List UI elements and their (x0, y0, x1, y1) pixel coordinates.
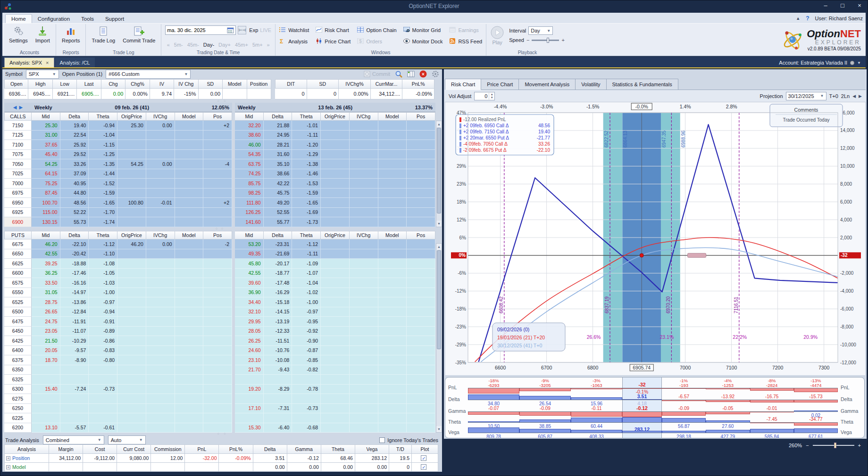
option-cell[interactable] (203, 150, 232, 160)
option-cell[interactable] (407, 317, 435, 327)
option-cell[interactable] (146, 365, 175, 375)
option-cell[interactable] (235, 394, 264, 404)
option-cell[interactable] (321, 159, 350, 169)
minimize-button[interactable]: – (820, 2, 831, 9)
strike-cell[interactable]: 6650 (4, 249, 32, 259)
option-cell[interactable]: -16.29 (264, 288, 292, 298)
option-cell[interactable]: 42.55 (32, 249, 60, 259)
chart-tab-movement-analysis[interactable]: Movement Analysis (519, 79, 576, 90)
option-cell[interactable]: 100.80 (117, 198, 146, 208)
option-cell[interactable]: 25.30 (117, 121, 146, 131)
option-cell[interactable] (321, 259, 350, 269)
option-cell[interactable]: 115.00 (32, 208, 60, 218)
option-cell[interactable] (378, 404, 407, 414)
option-cell[interactable] (203, 269, 232, 279)
option-cell[interactable] (321, 413, 350, 423)
option-cell[interactable]: 45.75 (264, 189, 292, 198)
option-cell[interactable] (292, 375, 321, 385)
expiry-header[interactable]: Weekly13 feb. 26 (45)13.37% (235, 103, 435, 112)
option-cell[interactable] (378, 355, 407, 365)
strike-cell[interactable]: 7050 (4, 159, 32, 169)
trade-log-button[interactable]: Trade Log (90, 25, 117, 44)
menu-item-home[interactable]: Home (5, 14, 32, 23)
option-cell[interactable]: 46.00 (235, 140, 264, 150)
option-cell[interactable] (350, 317, 378, 327)
vol-adjust-spinner[interactable]: 0▲▼ (474, 92, 495, 100)
strike-cell[interactable]: 6325 (4, 375, 32, 385)
option-cell[interactable]: 87.45 (32, 189, 60, 198)
option-cell[interactable]: 25.92 (60, 140, 89, 150)
option-cell[interactable] (407, 346, 435, 356)
option-cell[interactable]: -1.03 (89, 278, 117, 288)
option-cell[interactable] (203, 179, 232, 189)
option-cell[interactable] (203, 423, 232, 433)
option-cell[interactable]: -0.97 (89, 297, 117, 307)
option-cell[interactable] (117, 385, 146, 394)
option-cell[interactable]: 98.25 (235, 189, 264, 198)
puts-scrollbar[interactable]: ▲▼ (436, 243, 442, 433)
option-cell[interactable]: 33.26 (60, 159, 89, 169)
speed-slider[interactable] (532, 40, 559, 41)
option-cell[interactable]: -7.24 (60, 385, 89, 394)
option-cell[interactable] (175, 355, 204, 365)
option-cell[interactable] (32, 375, 60, 385)
column-header[interactable]: Model (378, 231, 407, 239)
option-cell[interactable]: -0.97 (292, 307, 321, 317)
ta-column-header[interactable]: Vega (355, 444, 389, 454)
option-cell[interactable] (321, 169, 350, 179)
option-cell[interactable] (378, 423, 407, 433)
option-cell[interactable]: -12.33 (264, 327, 292, 336)
option-cell[interactable]: 24.95 (264, 131, 292, 140)
option-cell[interactable] (350, 278, 378, 288)
column-header[interactable]: IVChg (350, 231, 378, 239)
option-cell[interactable] (321, 140, 350, 150)
option-cell[interactable]: 36.25 (32, 269, 60, 279)
projection-next-icon[interactable]: ▶ (859, 94, 862, 98)
strike-cell[interactable]: 6275 (4, 394, 32, 404)
option-cell[interactable] (321, 317, 350, 327)
option-cell[interactable] (350, 239, 378, 249)
option-cell[interactable] (175, 404, 204, 414)
option-cell[interactable]: -0.82 (292, 365, 321, 375)
option-cell[interactable] (378, 140, 407, 150)
option-cell[interactable] (321, 288, 350, 298)
option-cell[interactable] (146, 150, 175, 160)
option-cell[interactable] (203, 355, 232, 365)
option-cell[interactable]: -1.65 (292, 198, 321, 208)
option-cell[interactable] (378, 346, 407, 356)
strike-cell[interactable]: 6975 (4, 189, 32, 198)
option-cell[interactable] (146, 189, 175, 198)
option-cell[interactable]: -1.08 (89, 259, 117, 269)
option-cell[interactable]: -23.31 (264, 239, 292, 249)
strike-cell[interactable]: 6675 (4, 239, 32, 249)
option-cell[interactable] (407, 336, 435, 346)
option-cell[interactable] (321, 375, 350, 385)
option-cell[interactable] (321, 307, 350, 317)
option-cell[interactable]: -1.00 (89, 288, 117, 298)
option-cell[interactable] (146, 169, 175, 179)
option-cell[interactable] (350, 336, 378, 346)
option-cell[interactable]: -1.44 (89, 169, 117, 179)
option-cell[interactable]: 49.20 (264, 198, 292, 208)
option-cell[interactable] (175, 217, 204, 227)
option-cell[interactable] (203, 278, 232, 288)
option-cell[interactable] (60, 375, 89, 385)
option-cell[interactable]: 15.30 (235, 423, 264, 433)
option-cell[interactable]: 31.00 (32, 131, 60, 140)
column-header[interactable]: OrigPrice (117, 112, 146, 121)
option-cell[interactable]: -0.83 (89, 346, 117, 356)
ta-row-name[interactable]: +Model (4, 463, 49, 472)
option-cell[interactable] (378, 198, 407, 208)
option-cell[interactable] (175, 189, 204, 198)
option-cell[interactable] (203, 365, 232, 375)
option-cell[interactable] (350, 297, 378, 307)
option-cell[interactable]: -15.18 (264, 297, 292, 307)
option-cell[interactable]: -20.42 (60, 249, 89, 259)
next-expiry-icon[interactable]: ▶ (19, 105, 23, 110)
option-cell[interactable]: 64.15 (32, 169, 60, 179)
option-cell[interactable]: 22.54 (60, 131, 89, 140)
option-cell[interactable]: -0.94 (89, 121, 117, 131)
option-cell[interactable] (146, 259, 175, 269)
option-cell[interactable] (146, 131, 175, 140)
option-cell[interactable] (146, 394, 175, 404)
